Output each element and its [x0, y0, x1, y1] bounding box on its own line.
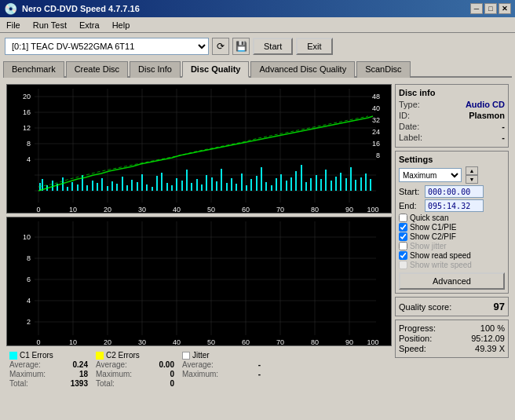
- c2-avg-row: Average: 0.00: [96, 360, 174, 369]
- title-bar: 💿 Nero CD-DVD Speed 4.7.7.16 ─ □ ✕: [0, 0, 515, 17]
- speed-row: Maximum ▲ ▼: [399, 166, 505, 184]
- jitter-avg-row: Average: -: [182, 360, 261, 369]
- c1-color-box: [9, 352, 17, 360]
- legend-c2: C2 Errors Average: 0.00 Maximum: 0 Total…: [96, 351, 174, 388]
- svg-rect-89: [280, 174, 282, 191]
- legend-c1-title: C1 Errors: [9, 351, 88, 360]
- progress-row: Progress: 100 %: [399, 323, 505, 333]
- svg-text:4: 4: [27, 155, 31, 163]
- disc-id-value: Plasmon: [469, 111, 505, 120]
- progress-label: Progress:: [399, 323, 436, 333]
- svg-rect-46: [67, 187, 68, 191]
- tab-advanced-disc-quality[interactable]: Advanced Disc Quality: [250, 61, 355, 78]
- svg-rect-51: [92, 181, 93, 191]
- svg-rect-108: [7, 217, 380, 346]
- svg-rect-58: [126, 185, 128, 191]
- svg-rect-82: [246, 185, 247, 191]
- svg-rect-90: [286, 181, 287, 191]
- tab-disc-info[interactable]: Disc Info: [130, 61, 181, 78]
- c2-avg-label: Average:: [96, 360, 127, 369]
- svg-text:60: 60: [242, 338, 250, 346]
- disc-label-row: Label: -: [399, 133, 505, 142]
- disc-label-value: -: [502, 133, 505, 142]
- svg-rect-70: [186, 170, 188, 191]
- svg-rect-69: [181, 181, 183, 191]
- svg-text:60: 60: [242, 206, 250, 214]
- svg-rect-47: [71, 182, 73, 191]
- quick-scan-checkbox[interactable]: [399, 214, 407, 222]
- menu-run-test[interactable]: Run Test: [30, 20, 70, 31]
- tab-scandisc[interactable]: ScanDisc: [356, 61, 410, 78]
- bottom-chart-svg: 10 8 6 4 2 0 10 20 30 40 50 60 70 80 90: [7, 217, 380, 346]
- svg-rect-88: [276, 178, 277, 191]
- svg-text:8: 8: [376, 152, 380, 159]
- drive-select[interactable]: [0:1] TEAC DV-W522GMA 6T11: [5, 38, 209, 55]
- svg-rect-85: [261, 167, 262, 191]
- show-read-speed-checkbox[interactable]: [399, 251, 407, 260]
- position-value: 95:12.09: [471, 334, 505, 343]
- svg-rect-91: [290, 177, 292, 191]
- show-write-speed-checkbox[interactable]: [399, 261, 407, 269]
- close-button[interactable]: ✕: [499, 3, 511, 14]
- start-label: Start:: [399, 187, 422, 196]
- show-write-speed-row: Show write speed: [399, 261, 505, 269]
- start-input[interactable]: [425, 185, 484, 198]
- show-c2-checkbox[interactable]: [399, 232, 407, 241]
- start-button[interactable]: Start: [253, 38, 293, 55]
- jitter-max-value: -: [258, 370, 261, 378]
- advanced-button[interactable]: Advanced: [399, 272, 505, 290]
- minimize-button[interactable]: ─: [470, 3, 483, 14]
- svg-text:70: 70: [276, 206, 284, 214]
- svg-text:20: 20: [23, 93, 31, 100]
- svg-rect-64: [156, 176, 158, 191]
- svg-rect-43: [52, 181, 53, 191]
- svg-text:48: 48: [372, 93, 380, 100]
- top-chart-svg: 20 16 12 8 4 48 40 32 24 16 8 0 10 20: [7, 85, 380, 214]
- tab-create-disc[interactable]: Create Disc: [66, 61, 128, 78]
- svg-rect-102: [345, 178, 347, 191]
- svg-rect-107: [370, 179, 371, 191]
- svg-text:8: 8: [27, 254, 31, 262]
- exit-button[interactable]: Exit: [296, 38, 332, 55]
- settings-title: Settings: [399, 155, 505, 164]
- svg-text:20: 20: [104, 338, 111, 346]
- svg-text:24: 24: [372, 128, 380, 136]
- svg-rect-71: [191, 183, 192, 191]
- show-c1-label: Show C1/PIE: [410, 223, 456, 232]
- speed-down-button[interactable]: ▼: [466, 175, 478, 184]
- menu-file[interactable]: File: [3, 20, 24, 31]
- position-row: Position: 95:12.09: [399, 334, 505, 343]
- tab-benchmark[interactable]: Benchmark: [3, 61, 64, 78]
- menu-extra[interactable]: Extra: [76, 20, 103, 31]
- c2-avg-value: 0.00: [159, 360, 174, 369]
- svg-rect-78: [226, 183, 228, 191]
- start-row: Start:: [399, 185, 505, 198]
- svg-rect-77: [221, 169, 222, 191]
- save-icon[interactable]: 💾: [232, 38, 250, 55]
- svg-rect-56: [116, 184, 118, 191]
- end-input[interactable]: [425, 199, 484, 212]
- refresh-icon[interactable]: ⟳: [212, 38, 229, 55]
- c2-color-box: [96, 352, 104, 360]
- menu-bar: File Run Test Extra Help: [0, 17, 515, 33]
- svg-text:2: 2: [27, 318, 31, 326]
- disc-id-label: ID:: [399, 111, 410, 120]
- svg-rect-81: [241, 173, 243, 191]
- bottom-chart: 10 8 6 4 2 0 10 20 30 40 50 60 70 80 90: [6, 217, 392, 346]
- show-jitter-checkbox[interactable]: [399, 242, 407, 250]
- tab-disc-quality[interactable]: Disc Quality: [182, 61, 250, 78]
- menu-help[interactable]: Help: [109, 20, 133, 31]
- c1-total-value: 1393: [71, 379, 88, 388]
- disc-id-row: ID: Plasmon: [399, 111, 505, 120]
- svg-rect-65: [161, 173, 163, 191]
- svg-text:40: 40: [372, 104, 380, 112]
- svg-rect-98: [325, 170, 327, 191]
- c1-total-label: Total:: [9, 379, 28, 388]
- maximize-button[interactable]: □: [484, 3, 497, 14]
- speed-select[interactable]: Maximum: [399, 168, 462, 182]
- show-c1-checkbox[interactable]: [399, 223, 407, 232]
- svg-text:12: 12: [23, 124, 31, 132]
- c2-max-value: 0: [170, 370, 174, 378]
- speed-up-button[interactable]: ▲: [466, 166, 478, 175]
- svg-rect-96: [316, 175, 317, 191]
